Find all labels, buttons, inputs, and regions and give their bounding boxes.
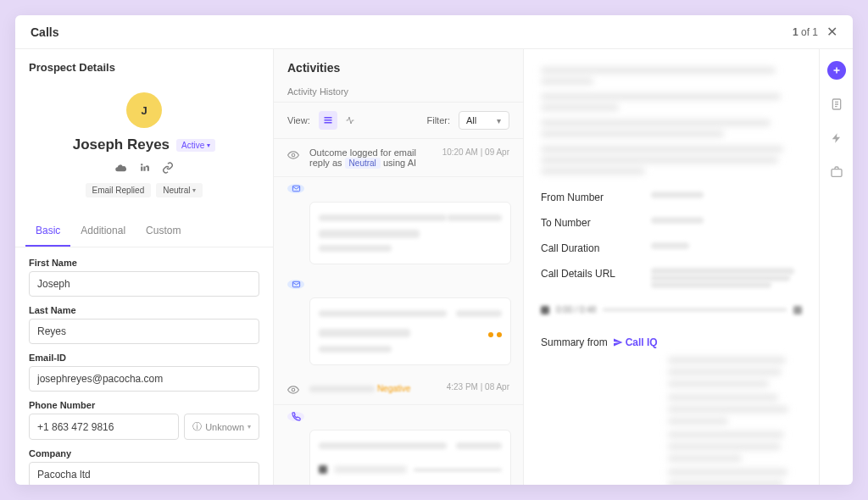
eye-icon bbox=[287, 149, 303, 161]
phone-status-dropdown[interactable]: ⓘ Unknown ▾ bbox=[184, 414, 259, 440]
link-icon[interactable] bbox=[162, 162, 174, 175]
from-number-value bbox=[651, 192, 802, 203]
email-input[interactable] bbox=[29, 366, 259, 392]
view-activity-button[interactable] bbox=[341, 111, 359, 130]
from-number-label: From Number bbox=[541, 192, 651, 203]
email-label: Email-ID bbox=[29, 353, 259, 363]
linkedin-icon[interactable] bbox=[139, 162, 150, 175]
svg-rect-0 bbox=[324, 117, 331, 119]
company-input[interactable] bbox=[29, 462, 259, 485]
view-timeline-button[interactable] bbox=[319, 111, 337, 130]
audio-player[interactable]: 0:00 / 0:48 bbox=[541, 300, 802, 319]
activity-card[interactable] bbox=[309, 297, 511, 365]
summary-content bbox=[668, 357, 802, 485]
svg-point-6 bbox=[292, 388, 295, 392]
tab-basic[interactable]: Basic bbox=[25, 216, 70, 247]
calliq-badge: Call IQ bbox=[613, 336, 658, 348]
to-number-value bbox=[651, 217, 802, 229]
sentiment-badge[interactable]: Neutral bbox=[156, 183, 203, 197]
pagination: 1 of 1 bbox=[793, 26, 818, 38]
summary-from-label: Summary from bbox=[541, 336, 608, 348]
page-title: Calls bbox=[31, 25, 58, 39]
tab-additional[interactable]: Additional bbox=[70, 216, 136, 247]
svg-rect-8 bbox=[832, 169, 842, 177]
first-name-input[interactable] bbox=[29, 271, 259, 297]
activity-history-label: Activity History bbox=[274, 78, 523, 103]
info-icon: ⓘ bbox=[192, 420, 202, 433]
email-icon bbox=[287, 280, 304, 289]
cloud-icon[interactable] bbox=[114, 162, 127, 175]
call-url-value[interactable] bbox=[651, 268, 802, 288]
rail-notes-icon[interactable] bbox=[827, 95, 846, 114]
activity-timestamp: 4:23 PM | 08 Apr bbox=[447, 382, 509, 392]
avatar: J bbox=[126, 92, 162, 128]
email-replied-badge: Email Replied bbox=[86, 183, 152, 197]
filter-label: Filter: bbox=[427, 115, 451, 125]
prospect-details-title: Prospect Details bbox=[15, 49, 273, 79]
last-name-input[interactable] bbox=[29, 319, 259, 344]
last-name-label: Last Name bbox=[29, 305, 259, 315]
activity-card-call[interactable] bbox=[309, 430, 511, 485]
svg-rect-1 bbox=[324, 119, 331, 121]
activity-row: Negative bbox=[309, 382, 440, 396]
status-dropdown[interactable]: Active bbox=[176, 139, 215, 152]
prospect-name: Joseph Reyes bbox=[73, 136, 170, 153]
eye-icon bbox=[287, 384, 303, 396]
phone-label: Phone Number bbox=[29, 400, 259, 410]
close-icon[interactable]: ✕ bbox=[826, 24, 837, 40]
call-transcript bbox=[541, 67, 802, 175]
activity-timestamp: 10:20 AM | 09 Apr bbox=[442, 147, 509, 157]
rail-add-icon[interactable] bbox=[827, 61, 846, 80]
first-name-label: First Name bbox=[29, 258, 259, 268]
phone-input[interactable] bbox=[29, 414, 179, 440]
view-label: View: bbox=[287, 115, 310, 125]
svg-rect-2 bbox=[324, 122, 331, 124]
filter-dropdown[interactable]: All bbox=[459, 111, 509, 130]
to-number-label: To Number bbox=[541, 217, 651, 229]
call-duration-label: Call Duration bbox=[541, 242, 651, 254]
call-url-label: Call Details URL bbox=[541, 268, 651, 288]
tab-custom[interactable]: Custom bbox=[136, 216, 191, 247]
phone-icon bbox=[287, 412, 304, 421]
activity-outcome-text: Outcome logged for email reply as Neutra… bbox=[309, 147, 436, 168]
rail-bolt-icon[interactable] bbox=[827, 129, 846, 147]
svg-point-3 bbox=[292, 153, 295, 157]
company-label: Company bbox=[29, 448, 259, 458]
activities-title: Activities bbox=[274, 49, 523, 78]
call-duration-value bbox=[651, 242, 802, 254]
email-icon bbox=[287, 184, 304, 193]
rail-briefcase-icon[interactable] bbox=[827, 163, 846, 181]
activity-card[interactable] bbox=[309, 202, 511, 264]
